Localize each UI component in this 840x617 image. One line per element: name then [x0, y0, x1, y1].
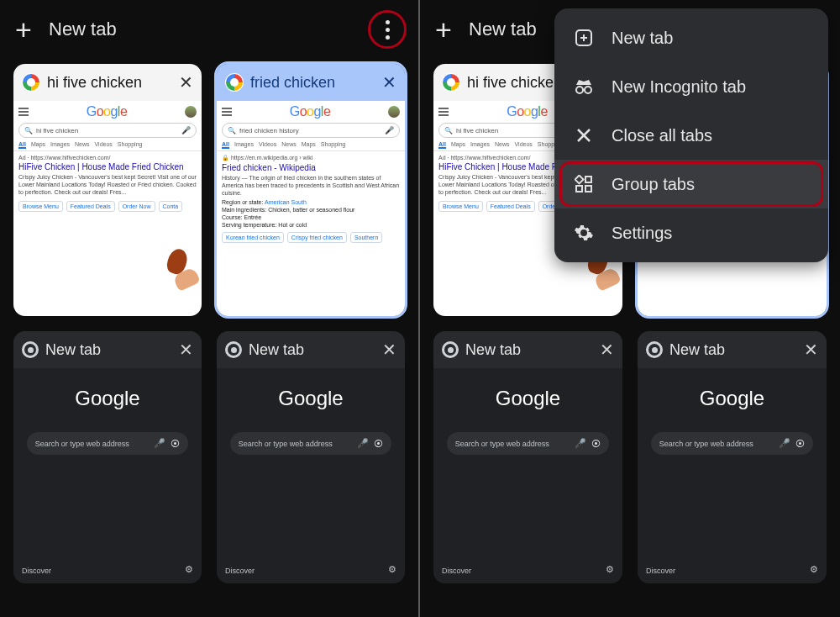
favicon-chrome-icon	[646, 341, 663, 358]
kv-row: Main ingredients: Chicken, batter or sea…	[217, 206, 405, 214]
tab-card[interactable]: New tab✕ Google Search or type web addre…	[433, 331, 622, 583]
menu-item-incognito[interactable]: New Incognito tab	[554, 62, 828, 111]
search-tabs: AllImagesVideosNewsMapsShopping	[217, 141, 405, 151]
close-icon	[573, 124, 595, 146]
svg-point-3	[576, 87, 583, 93]
hamburger-icon	[222, 108, 232, 116]
menu-item-group-tabs[interactable]: Group tabs	[554, 160, 828, 208]
svg-point-4	[585, 87, 591, 93]
close-tab-icon[interactable]: ✕	[804, 340, 818, 360]
menu-item-label: Close all tabs	[612, 126, 712, 145]
favicon-google-icon	[225, 73, 244, 92]
kv-row: Serving temperature: Hot or cold	[217, 221, 405, 229]
tab-preview: Google Search or type web address 🎤 ⦿ Di…	[217, 368, 405, 583]
search-icon: 🔍	[228, 127, 236, 134]
tab-header: New tab ✕	[217, 331, 405, 368]
address-bar: Search or type web address 🎤 ⦿	[27, 432, 189, 455]
address-bar: Search or type web address 🎤 ⦿	[230, 432, 392, 455]
menu-item-new-tab[interactable]: New tab	[554, 13, 828, 62]
search-query: fried chicken history	[239, 127, 299, 134]
favicon-google-icon	[442, 73, 460, 92]
discover-label: Discover	[442, 567, 471, 575]
tab-card[interactable]: New tab ✕ Google Search or type web addr…	[217, 331, 405, 583]
tab-title: New tab	[669, 341, 797, 359]
tab-card[interactable]: New tab ✕ Google Search or type web addr…	[13, 331, 202, 583]
tab-card[interactable]: New tab✕ Google Search or type web addre…	[638, 331, 827, 583]
sitelinks: Korean fried chickenCrispy fried chicken…	[217, 229, 405, 246]
svg-rect-8	[575, 176, 584, 184]
hamburger-icon	[18, 108, 29, 116]
more-vert-icon	[386, 20, 390, 40]
url-line: 🔒 https://en.m.wikipedia.org › wiki	[217, 151, 405, 161]
close-tab-icon[interactable]: ✕	[179, 72, 193, 92]
close-tab-icon[interactable]: ✕	[179, 340, 193, 360]
favicon-chrome-icon	[22, 341, 39, 358]
mic-icon: 🎤	[181, 126, 191, 134]
close-tab-icon[interactable]: ✕	[382, 72, 396, 92]
favicon-chrome-icon	[225, 341, 242, 358]
tab-card[interactable]: fried chicken ✕ Google 🔍 fried chicken h…	[217, 64, 405, 316]
favicon-chrome-icon	[442, 341, 459, 358]
lens-icon: ⦿	[591, 439, 601, 449]
tab-header: fried chicken ✕	[217, 64, 405, 101]
result-snippet: Crispy Juicy Chicken - Vancouver's best …	[13, 171, 202, 198]
search-bar: 🔍 fried chicken history 🎤	[222, 123, 400, 138]
gear-icon: ⚙	[606, 564, 614, 575]
tab-header: hi five chicken ✕	[13, 64, 202, 101]
mic-icon: 🎤	[385, 126, 394, 134]
close-tab-icon[interactable]: ✕	[382, 340, 396, 360]
new-tab-icon[interactable]: +	[12, 18, 35, 41]
google-logo: Google	[75, 387, 139, 410]
tab-preview: Google Search or type web address 🎤 ⦿ Di…	[13, 368, 202, 583]
plus-box-icon	[573, 27, 595, 49]
lens-icon: ⦿	[171, 439, 180, 449]
menu-item-label: New tab	[612, 29, 673, 48]
overflow-menu: New tab New Incognito tab Close all tabs…	[554, 8, 828, 262]
close-tab-icon[interactable]: ✕	[600, 340, 614, 360]
right-pane: + New tab hi five chicken ✕ Google 🔍hi f…	[420, 0, 840, 617]
svg-rect-11	[585, 186, 591, 192]
tab-preview: Google 🔍 hi five chicken 🎤 AllMapsImages…	[13, 101, 202, 316]
tab-card[interactable]: hi five chicken ✕ Google 🔍 hi five chick…	[13, 64, 202, 316]
favicon-google-icon	[22, 73, 40, 92]
svg-rect-10	[576, 186, 582, 192]
google-logo: Google	[87, 104, 128, 119]
result-snippet: History — The origin of fried chicken in…	[217, 172, 405, 198]
menu-item-settings[interactable]: Settings	[554, 208, 828, 257]
gear-icon: ⚙	[185, 564, 193, 575]
tab-title: New tab	[465, 341, 593, 359]
google-logo: Google	[290, 104, 331, 119]
sitelinks: Browse MenuFeatured DealsOrder NowConta	[13, 198, 202, 215]
google-logo: Google	[507, 104, 548, 119]
gear-icon: ⚙	[388, 564, 396, 575]
google-logo: Google	[496, 387, 560, 410]
ad-line: Ad · https://www.hifivechicken.com/	[13, 151, 202, 161]
tab-title: New tab	[249, 341, 375, 359]
search-tabs: AllMapsImagesNewsVideosShopping	[13, 141, 202, 151]
mic-icon: 🎤	[575, 438, 586, 449]
lens-icon: ⦿	[374, 439, 383, 449]
tab-title: hi five chicken	[47, 74, 172, 92]
avatar-icon	[388, 106, 400, 118]
result-image	[160, 249, 198, 287]
mic-icon: 🎤	[154, 438, 165, 449]
discover-label: Discover	[225, 567, 255, 575]
toolbar: + New tab	[12, 0, 407, 59]
kv-row: Course: Entrée	[217, 214, 405, 221]
grid-icon	[573, 173, 595, 195]
mic-icon: 🎤	[357, 438, 369, 449]
search-bar: 🔍 hi five chicken 🎤	[18, 123, 197, 138]
new-tab-icon[interactable]: +	[432, 18, 455, 41]
tab-grid: hi five chicken ✕ Google 🔍 hi five chick…	[12, 59, 407, 588]
google-logo: Google	[278, 387, 343, 410]
result-title: HiFive Chicken | House Made Fried Chicke…	[13, 161, 202, 171]
gear-icon: ⚙	[810, 564, 818, 575]
tab-preview: Google 🔍 fried chicken history 🎤 AllImag…	[217, 101, 405, 316]
gear-icon	[573, 222, 595, 244]
google-logo: Google	[700, 387, 764, 410]
menu-item-close-all[interactable]: Close all tabs	[554, 111, 828, 160]
overflow-menu-button[interactable]	[368, 10, 407, 49]
hamburger-icon	[438, 108, 449, 116]
left-pane: + New tab hi five chicken ✕ Google 🔍	[0, 0, 420, 617]
toolbar-title[interactable]: New tab	[49, 18, 354, 40]
